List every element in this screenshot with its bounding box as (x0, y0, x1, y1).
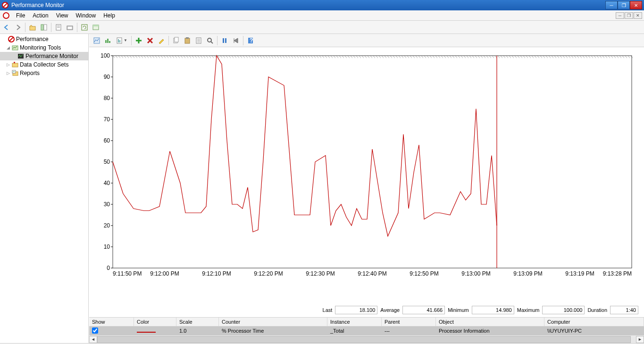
properties-button[interactable] (53, 22, 64, 33)
delete-counter-button[interactable] (145, 35, 155, 46)
mdi-close-button[interactable]: ✕ (634, 12, 642, 19)
last-value: 18.100 (335, 306, 377, 314)
tree-node-monitoring-tools[interactable]: ◢ Monitoring Tools (0, 43, 88, 52)
reports-icon (11, 70, 19, 76)
forward-button[interactable] (13, 22, 23, 33)
graph-type-button[interactable]: ▼ (114, 35, 129, 46)
refresh-button[interactable] (79, 22, 90, 33)
svg-text:0: 0 (107, 265, 110, 271)
svg-text:70: 70 (104, 116, 110, 123)
col-scale[interactable]: Scale (176, 318, 219, 326)
counter-grid[interactable]: Show Color Scale Counter Instance Parent… (89, 317, 644, 343)
col-parent[interactable]: Parent (382, 318, 436, 326)
back-button[interactable] (1, 22, 12, 33)
main-toolbar (0, 21, 644, 34)
svg-line-35 (211, 42, 213, 43)
svg-rect-1 (41, 25, 43, 30)
svg-rect-10 (93, 25, 99, 26)
app-icon (3, 12, 9, 19)
view-current-button[interactable] (92, 35, 102, 46)
cell-object: Processor Information (436, 328, 544, 334)
export-button[interactable] (65, 22, 75, 33)
max-value: 100.000 (542, 306, 585, 314)
update-button[interactable] (231, 35, 241, 46)
copy-button[interactable] (171, 35, 181, 46)
tree-label: Performance Monitor (25, 53, 78, 59)
menu-window[interactable]: Window (72, 12, 100, 19)
svg-text:9:12:00 PM: 9:12:00 PM (150, 270, 179, 277)
minimize-button[interactable]: ─ (605, 1, 618, 9)
color-swatch (137, 332, 156, 333)
svg-rect-37 (225, 38, 226, 43)
col-instance[interactable]: Instance (327, 318, 382, 326)
menu-view[interactable]: View (52, 12, 72, 19)
svg-rect-28 (185, 38, 190, 43)
title-bar: Performance Monitor ─ ❐ ✕ (0, 0, 644, 10)
svg-rect-29 (186, 37, 189, 39)
grid-header: Show Color Scale Counter Instance Parent… (89, 318, 644, 327)
show-checkbox[interactable] (92, 327, 98, 334)
svg-text:90: 90 (104, 74, 110, 80)
mdi-buttons: ─ ❐ ✕ (615, 12, 642, 19)
up-button[interactable] (27, 22, 38, 33)
svg-rect-0 (30, 26, 35, 30)
svg-text:10: 10 (104, 243, 110, 250)
scroll-right-button[interactable]: ► (636, 336, 644, 343)
performance-icon (8, 36, 15, 42)
highlight-button[interactable] (156, 35, 167, 46)
svg-point-34 (208, 38, 211, 42)
col-object[interactable]: Object (436, 318, 544, 326)
svg-text:20: 20 (104, 222, 110, 229)
svg-text:60: 60 (104, 137, 110, 144)
freeze-button[interactable] (219, 35, 230, 46)
svg-rect-20 (105, 40, 107, 43)
col-counter[interactable]: Counter (219, 318, 327, 326)
mdi-restore-button[interactable]: ❐ (625, 12, 633, 19)
mdi-minimize-button[interactable]: ─ (616, 12, 624, 19)
avg-value: 41.666 (402, 306, 445, 314)
line-chart: 01020304050607080901009:11:50 PM9:12:00 … (94, 51, 636, 282)
show-hide-tree-button[interactable] (39, 22, 49, 33)
menu-action[interactable]: Action (29, 12, 52, 19)
col-color[interactable]: Color (134, 318, 176, 326)
tree-label: Performance (16, 36, 49, 42)
svg-text:9:12:20 PM: 9:12:20 PM (254, 270, 283, 277)
close-button[interactable]: ✕ (630, 1, 642, 9)
new-window-button[interactable] (91, 22, 101, 33)
tree-node-performance[interactable]: Performance (0, 35, 88, 43)
min-value: 14.980 (472, 306, 514, 314)
scroll-thumb[interactable] (97, 336, 631, 343)
svg-text:9:12:40 PM: 9:12:40 PM (358, 270, 386, 277)
properties-button[interactable] (193, 35, 204, 46)
navigation-tree[interactable]: Performance ◢ Monitoring Tools Performan… (0, 34, 89, 343)
scroll-left-button[interactable]: ◄ (89, 336, 97, 343)
table-row[interactable]: 1.0 % Processor Time _Total --- Processo… (89, 327, 644, 335)
cell-scale: 1.0 (176, 328, 219, 334)
svg-text:9:11:50 PM: 9:11:50 PM (113, 270, 142, 277)
maximize-button[interactable]: ❐ (618, 1, 630, 9)
min-label: Minimum (448, 307, 469, 313)
horizontal-scrollbar[interactable]: ◄ ► (89, 335, 644, 343)
zoom-button[interactable] (205, 35, 215, 46)
help-button[interactable]: ? (245, 35, 256, 46)
col-show[interactable]: Show (89, 318, 134, 326)
graph-toolbar: ▼ ? (89, 34, 644, 47)
last-label: Last (323, 307, 333, 313)
chart-area[interactable]: 01020304050607080901009:11:50 PM9:12:00 … (89, 47, 644, 304)
monitoring-icon (11, 44, 19, 51)
add-counter-button[interactable] (134, 35, 144, 46)
svg-rect-36 (223, 38, 224, 43)
svg-rect-27 (175, 37, 178, 42)
tree-node-collector-sets[interactable]: ▷ Data Collector Sets (0, 60, 88, 69)
menu-help[interactable]: Help (100, 12, 119, 19)
tree-node-reports[interactable]: ▷ Reports (0, 69, 88, 77)
svg-text:9:12:10 PM: 9:12:10 PM (202, 270, 231, 277)
svg-text:100: 100 (100, 52, 110, 59)
perfmon-icon (17, 53, 25, 59)
paste-button[interactable] (182, 35, 192, 46)
menu-file[interactable]: File (12, 12, 29, 19)
view-log-button[interactable] (103, 35, 113, 46)
col-computer[interactable]: Computer (544, 318, 644, 326)
svg-text:9:12:30 PM: 9:12:30 PM (306, 270, 335, 277)
tree-node-performance-monitor[interactable]: Performance Monitor (0, 52, 88, 60)
